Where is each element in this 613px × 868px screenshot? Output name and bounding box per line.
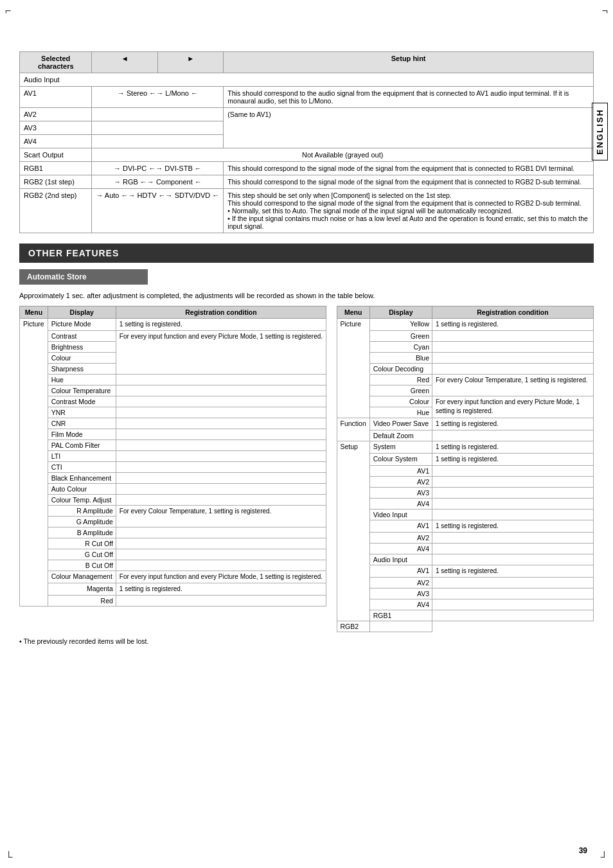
av1-arrow: → Stereo ←→ L/Mono ← [92,87,224,108]
av3-arrow [92,121,224,135]
right-reg-video-input-label [432,509,593,520]
table-row: Black Enhancement [20,473,326,484]
table-row: AV4 [337,599,594,610]
table-row: Colour Temperature [20,385,326,396]
table-row: AV2 [337,578,594,589]
right-display-audio-av1: AV1 [369,565,432,578]
right-reg-av3-setup [432,488,593,499]
right-reg-audio-input-label [432,554,593,565]
table-row: R Cut Off [20,538,326,549]
table-row: B Amplitude [20,527,326,538]
right-display-red-colour-temp: Red [369,375,432,385]
right-display-colour-input: Colour [369,396,432,407]
right-reg-green [432,331,593,342]
table-row: Function Video Power Save 1 setting is r… [337,418,594,430]
av1-label: AV1 [20,87,92,108]
left-reg-r-cut-off [116,538,326,549]
table-row: Colour Decoding [337,364,594,375]
right-data-table: Menu Display Registration condition Pict… [337,306,594,632]
left-reg-amplitude-group: For every Colour Temperature, 1 setting … [116,506,326,527]
right-display-video-av2: AV2 [369,533,432,544]
left-display-b-cut-off: B Cut Off [48,560,116,571]
table-row: Red For every Colour Temperature, 1 sett… [337,375,594,385]
left-reg-colour-management: For every input function and every Pictu… [116,571,326,583]
right-reg-colour-hue-group: For every input function and every Pictu… [432,396,593,418]
table-row: Blue [337,353,594,364]
table-row: Default Zoom [337,430,594,441]
right-display-video-power-save: Video Power Save [369,418,432,430]
left-display-colour-temp: Colour Temperature [48,385,116,396]
left-display-picture-mode: Picture Mode [48,319,116,331]
right-display-cyan: Cyan [369,342,432,353]
left-reg-b-cut-off [116,560,326,571]
left-data-table: Menu Display Registration condition Pict… [19,306,326,607]
col-header-right-arrow: ► [157,52,224,73]
right-display-av1-setup: AV1 [369,466,432,477]
right-reg-audio-av2 [432,578,593,589]
left-reg-b-amplitude [116,527,326,538]
rgb2-1st-label: RGB2 (1st step) [20,175,92,189]
left-display-brightness: Brightness [48,342,116,353]
left-reg-pal-comb [116,440,326,451]
table-row: AV2 [337,533,594,544]
left-display-cti: CTI [48,462,116,473]
right-reg-rgb2 [369,621,432,632]
right-display-default-zoom: Default Zoom [369,430,432,441]
table-row: Hue [20,375,326,385]
main-tables-wrapper: Menu Display Registration condition Pict… [19,306,594,632]
right-reg-blue [432,353,593,364]
table-row: Cyan [337,342,594,353]
left-reg-auto-colour [116,484,326,495]
table-row: AV1 1 setting is registered. [337,520,594,533]
table-row: LTI [20,451,326,462]
page-number: 39 [579,846,587,855]
automatic-store-description: Approximately 1 sec. after adjustment is… [19,291,594,301]
right-display-green: Green [369,331,432,342]
left-display-lti: LTI [48,451,116,462]
left-table-wrapper: Menu Display Registration condition Pict… [19,306,334,632]
corner-mark-tl: ⌐ [5,5,17,17]
table-row: Red [20,596,326,607]
right-reg-av4-setup [432,499,593,509]
corner-mark-br: ┘ [596,851,608,863]
table-row: CTI [20,462,326,473]
left-display-r-amplitude: R Amplitude [48,506,116,517]
right-reg-system: 1 setting is registered. [432,441,593,454]
table-row: Magenta 1 setting is registered. [20,583,326,596]
av4-label: AV4 [20,135,92,148]
table-row: AV1 1 setting is registered. [337,565,594,578]
av1-hint: This should correspond to the audio sign… [224,87,594,108]
table-row: Setup System 1 setting is registered. [337,441,594,454]
right-menu-picture: Picture [337,319,369,418]
scart-output-label: Scart Output [20,148,92,162]
right-reg-audio-av4 [432,599,593,610]
right-menu-function: Function [337,418,369,441]
rgb2-2nd-label: RGB2 (2nd step) [20,189,92,233]
right-reg-video-av1: 1 setting is registered. [432,520,593,533]
table-row: CNR [20,418,326,429]
right-display-hue-input: Hue [369,407,432,418]
left-reg-colour-temp [116,385,326,396]
left-display-ynr: YNR [48,407,116,418]
table-row: Picture Picture Mode 1 setting is regist… [20,319,326,331]
right-display-colour-decoding: Colour Decoding [369,364,432,375]
table-row: AV3 [337,589,594,599]
right-display-audio-av4: AV4 [369,599,432,610]
right-reg-yellow: 1 setting is registered. [432,319,593,331]
right-col-reg: Registration condition [432,306,593,319]
table-row: AV3 [337,488,594,499]
left-display-r-cut-off: R Cut Off [48,538,116,549]
right-reg-rgb1 [432,610,593,621]
av2-arrow [92,108,224,121]
right-display-av3-setup: AV3 [369,488,432,499]
table-row: Contrast For every input function and ev… [20,331,326,342]
right-reg-video-power-save: 1 setting is registered. [432,418,593,430]
left-menu-picture: Picture [20,319,48,607]
table-row: G Cut Off [20,549,326,560]
left-reg-cti [116,462,326,473]
left-reg-colour-temp-adj [116,495,326,506]
right-display-system: System [369,441,432,454]
left-display-cnr: CNR [48,418,116,429]
rgb1-label: RGB1 [20,162,92,175]
table-row: Picture Yellow 1 setting is registered. [337,319,594,331]
